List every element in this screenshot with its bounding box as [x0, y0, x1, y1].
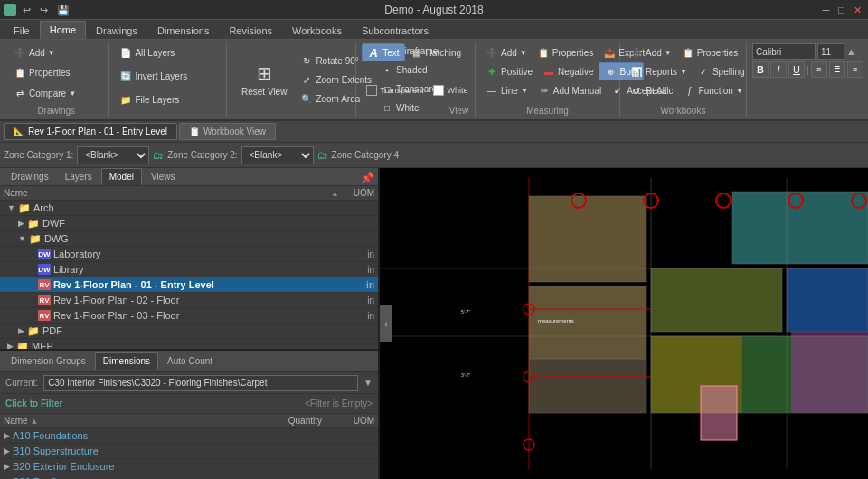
current-dropdown-icon[interactable]: ▼: [363, 378, 373, 388]
tab-dimensions[interactable]: Dimensions: [147, 21, 219, 39]
redo-button[interactable]: ↪: [37, 5, 51, 16]
font-family-input[interactable]: [752, 43, 816, 60]
minimize-button[interactable]: ─: [820, 5, 833, 15]
bold-button[interactable]: B: [752, 61, 769, 78]
expand-pdf-icon[interactable]: ▶: [18, 326, 24, 335]
tree-item-rev1-entry[interactable]: ▶ RV Rev 1-Floor Plan - 01 - Entry Level…: [0, 277, 378, 293]
add-measure-button[interactable]: ➕ Add ▼: [481, 43, 532, 61]
drawings-group-label: Drawings: [9, 104, 103, 116]
dim-tab-dimensions[interactable]: Dimensions: [95, 352, 158, 370]
line-measure-button[interactable]: — Line ▼: [481, 81, 533, 99]
tree-item-dwg[interactable]: ▼ 📁 DWG: [0, 231, 378, 247]
spelling-wb-button[interactable]: ✓ Spelling: [693, 62, 750, 80]
list-item[interactable]: ▶ B20 Exterior Enclosure: [0, 459, 378, 474]
tab-views-panel[interactable]: Views: [144, 169, 183, 184]
tree-item-rev1-floor3[interactable]: ▶ RV Rev 1-Floor Plan - 03 - Floor in: [0, 308, 378, 324]
align-center-button[interactable]: ≣: [829, 61, 845, 78]
reports-wb-button[interactable]: 📊 Reports ▼: [626, 62, 692, 80]
underline-button[interactable]: U: [788, 61, 805, 78]
titlebar-icons: ↩ ↪ 💾: [0, 0, 72, 20]
transparent-white-button[interactable]: Transparent: [362, 81, 428, 99]
add-wb-button[interactable]: ➕ Add ▼: [626, 43, 676, 61]
tab-revisions[interactable]: Revisions: [219, 21, 282, 39]
app-title: Demo - August 2018: [384, 4, 483, 16]
folder-pdf-icon: 📁: [27, 325, 40, 336]
tree-item-rev1-floor2[interactable]: ▶ RV Rev 1-Floor Plan - 02 - Floor in: [0, 293, 378, 308]
current-value: C30 Interior Finishes\C3020 - Flooring F…: [43, 375, 358, 391]
properties-measure-button[interactable]: 📋 Properties: [533, 43, 599, 61]
file-layers-button[interactable]: 📁 File Layers: [115, 91, 184, 109]
line-icon: —: [486, 84, 498, 97]
svg-rect-9: [791, 332, 868, 413]
compare-drawing-button[interactable]: ⇄ Compare ▼: [9, 84, 80, 102]
hatching-button[interactable]: ▦ Hatching: [406, 43, 466, 61]
tab-drawings[interactable]: Drawings: [86, 21, 147, 39]
dim-tab-groups[interactable]: Dimension Groups: [4, 353, 93, 369]
tab-subcontractors[interactable]: Subcontractors: [352, 21, 439, 39]
expand-dwf-icon[interactable]: ▶: [18, 219, 24, 228]
expand-arch-icon[interactable]: ▼: [7, 203, 15, 212]
list-item[interactable]: ▶ B10 Superstructure: [0, 444, 378, 459]
sort-icon[interactable]: ▲: [331, 189, 339, 198]
expand-b20-icon[interactable]: ▶: [4, 462, 10, 471]
list-item[interactable]: ▶ B30 Roofing: [0, 474, 378, 479]
white-text-button[interactable]: White: [429, 81, 472, 99]
tab-file[interactable]: File: [4, 21, 40, 39]
dim-tab-autocount[interactable]: Auto Count: [160, 353, 220, 369]
scroll-left-button[interactable]: ‹: [380, 305, 392, 342]
sort-name-icon[interactable]: ▲: [30, 417, 38, 426]
expand-mep-icon[interactable]: ▶: [7, 342, 14, 349]
add-drawing-button[interactable]: ➕ Add ▼: [9, 43, 60, 61]
expand-a10-icon[interactable]: ▶: [4, 431, 10, 440]
recalc-wb-button[interactable]: ↺ Recalc: [626, 81, 678, 99]
tree-item-library[interactable]: ▶ DW Library in: [0, 262, 378, 277]
tree-item-laboratory[interactable]: ▶ DW Laboratory in: [0, 247, 378, 262]
invert-layers-button[interactable]: 🔄 Invert Layers: [115, 67, 192, 85]
doc-tab-icon: 📐: [14, 127, 24, 136]
function-wb-button[interactable]: ƒ Function ▼: [679, 81, 748, 99]
properties-wb-button[interactable]: 📋 Properties: [677, 43, 743, 61]
doc-tab-rev1[interactable]: 📐 Rev 1-Floor Plan - 01 - Entry Level: [4, 123, 177, 140]
expand-b10-icon[interactable]: ▶: [4, 446, 10, 456]
positive-button[interactable]: ✚ Positive: [481, 62, 537, 80]
tree-item-dwf[interactable]: ▶ 📁 DWF: [0, 216, 378, 231]
zone-bar: Zone Category 1: <Blank> 🗂 Zone Category…: [0, 143, 868, 168]
reset-view-button[interactable]: ⊞ Reset View: [236, 52, 292, 107]
font-size-input[interactable]: [817, 43, 844, 60]
doc-tab-workbook[interactable]: 📋 Workbook View: [179, 123, 276, 140]
tab-home[interactable]: Home: [40, 21, 86, 39]
add-manual-button[interactable]: ✏ Add Manual: [533, 81, 606, 99]
current-label: Current:: [5, 378, 38, 388]
tab-workbooks[interactable]: Workbooks: [282, 21, 352, 39]
tab-model-panel[interactable]: Model: [101, 168, 142, 185]
italic-button[interactable]: I: [770, 61, 787, 78]
tree-item-pdf[interactable]: ▶ 📁 PDF: [0, 324, 378, 339]
tab-drawings-panel[interactable]: Drawings: [4, 169, 56, 184]
align-right-button[interactable]: ≡: [847, 61, 863, 78]
dimension-list: ▶ A10 Foundations ▶ B10 Superstructure ▶…: [0, 428, 378, 479]
font-size-up-icon[interactable]: ▲: [846, 46, 856, 57]
all-layers-button[interactable]: 📄 All Layers: [115, 43, 179, 61]
expand-dwg-icon[interactable]: ▼: [18, 234, 26, 243]
zone-cat1-select[interactable]: <Blank>: [77, 146, 149, 164]
negative-button[interactable]: ▬ Negative: [538, 62, 598, 80]
rev1-floor2-label: Rev 1-Floor Plan - 02 - Floor: [53, 295, 343, 305]
zone-cat2-select[interactable]: <Blank>: [241, 146, 314, 164]
canvas-area[interactable]: measurements 5'-7" 3'-2" ‹: [380, 168, 868, 479]
add-manual-icon: ✏: [538, 84, 551, 97]
text-button[interactable]: A Text: [362, 43, 404, 61]
undo-button[interactable]: ↩: [20, 5, 33, 16]
list-item[interactable]: ▶ A10 Foundations: [0, 428, 378, 444]
pin-button[interactable]: 📌: [361, 172, 374, 184]
text-icon: A: [367, 46, 380, 59]
properties-drawing-button[interactable]: 📋 Properties: [9, 64, 75, 82]
tab-layers-panel[interactable]: Layers: [58, 169, 99, 184]
close-button[interactable]: ✕: [851, 5, 864, 16]
restore-button[interactable]: □: [835, 5, 847, 15]
align-left-button[interactable]: ≡: [811, 61, 827, 78]
filter-label[interactable]: Click to Filter: [5, 399, 62, 409]
save-button[interactable]: 💾: [54, 5, 72, 16]
tree-item-arch[interactable]: ▼ 📁 Arch: [0, 201, 378, 216]
svg-rect-4: [651, 268, 782, 332]
tree-item-mep[interactable]: ▶ 📁 MEP: [0, 339, 378, 349]
